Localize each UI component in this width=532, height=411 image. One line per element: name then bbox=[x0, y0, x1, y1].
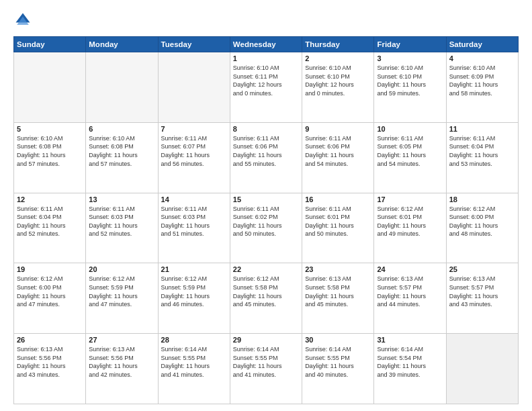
day-info: Sunrise: 6:14 AMSunset: 5:54 PMDaylight:… bbox=[377, 345, 443, 379]
calendar-table: SundayMondayTuesdayWednesdayThursdayFrid… bbox=[13, 36, 519, 404]
calendar-cell: 30Sunrise: 6:14 AMSunset: 5:55 PMDayligh… bbox=[302, 334, 374, 404]
week-row-3: 19Sunrise: 6:12 AMSunset: 6:00 PMDayligh… bbox=[14, 263, 519, 334]
calendar-cell: 15Sunrise: 6:11 AMSunset: 6:02 PMDayligh… bbox=[230, 193, 302, 263]
day-info: Sunrise: 6:12 AMSunset: 5:59 PMDaylight:… bbox=[161, 275, 227, 308]
calendar-cell: 17Sunrise: 6:12 AMSunset: 6:01 PMDayligh… bbox=[374, 193, 446, 263]
calendar-cell: 3Sunrise: 6:10 AMSunset: 6:10 PMDaylight… bbox=[374, 52, 446, 123]
day-number: 8 bbox=[233, 125, 299, 133]
calendar-cell: 12Sunrise: 6:11 AMSunset: 6:04 PMDayligh… bbox=[14, 193, 86, 263]
day-number: 17 bbox=[377, 195, 443, 203]
weekday-header-saturday: Saturday bbox=[446, 37, 518, 52]
day-info: Sunrise: 6:10 AMSunset: 6:11 PMDaylight:… bbox=[233, 64, 299, 97]
calendar-cell bbox=[446, 334, 518, 404]
calendar-cell: 7Sunrise: 6:11 AMSunset: 6:07 PMDaylight… bbox=[158, 122, 230, 193]
day-number: 29 bbox=[233, 336, 299, 344]
day-number: 6 bbox=[89, 125, 154, 133]
day-number: 18 bbox=[449, 195, 515, 203]
calendar-cell: 5Sunrise: 6:10 AMSunset: 6:08 PMDaylight… bbox=[14, 122, 86, 193]
header bbox=[13, 11, 519, 30]
day-number: 27 bbox=[89, 336, 154, 344]
calendar-cell: 16Sunrise: 6:11 AMSunset: 6:01 PMDayligh… bbox=[302, 193, 374, 263]
day-info: Sunrise: 6:14 AMSunset: 5:55 PMDaylight:… bbox=[305, 345, 371, 379]
day-info: Sunrise: 6:13 AMSunset: 5:58 PMDaylight:… bbox=[305, 275, 371, 308]
calendar-cell: 4Sunrise: 6:10 AMSunset: 6:09 PMDaylight… bbox=[446, 52, 518, 123]
week-row-0: 1Sunrise: 6:10 AMSunset: 6:11 PMDaylight… bbox=[14, 52, 519, 123]
day-number: 1 bbox=[233, 54, 299, 62]
day-info: Sunrise: 6:10 AMSunset: 6:10 PMDaylight:… bbox=[305, 64, 371, 97]
day-info: Sunrise: 6:10 AMSunset: 6:10 PMDaylight:… bbox=[377, 64, 443, 97]
day-number: 14 bbox=[161, 195, 227, 203]
day-info: Sunrise: 6:10 AMSunset: 6:08 PMDaylight:… bbox=[89, 134, 154, 168]
week-row-2: 12Sunrise: 6:11 AMSunset: 6:04 PMDayligh… bbox=[14, 193, 519, 263]
calendar-cell bbox=[158, 52, 230, 123]
day-number: 26 bbox=[17, 336, 83, 344]
calendar-cell: 6Sunrise: 6:10 AMSunset: 6:08 PMDaylight… bbox=[86, 122, 158, 193]
calendar-cell: 13Sunrise: 6:11 AMSunset: 6:03 PMDayligh… bbox=[86, 193, 158, 263]
day-info: Sunrise: 6:12 AMSunset: 6:00 PMDaylight:… bbox=[17, 275, 83, 308]
calendar-cell: 22Sunrise: 6:12 AMSunset: 5:58 PMDayligh… bbox=[230, 263, 302, 334]
day-info: Sunrise: 6:13 AMSunset: 5:56 PMDaylight:… bbox=[17, 345, 83, 379]
day-info: Sunrise: 6:12 AMSunset: 6:01 PMDaylight:… bbox=[377, 205, 443, 238]
day-info: Sunrise: 6:11 AMSunset: 6:03 PMDaylight:… bbox=[161, 205, 227, 238]
calendar-cell: 23Sunrise: 6:13 AMSunset: 5:58 PMDayligh… bbox=[302, 263, 374, 334]
day-info: Sunrise: 6:12 AMSunset: 6:00 PMDaylight:… bbox=[449, 205, 515, 238]
day-info: Sunrise: 6:14 AMSunset: 5:55 PMDaylight:… bbox=[161, 345, 227, 379]
day-info: Sunrise: 6:11 AMSunset: 6:02 PMDaylight:… bbox=[233, 205, 299, 238]
day-info: Sunrise: 6:10 AMSunset: 6:08 PMDaylight:… bbox=[17, 134, 83, 168]
day-info: Sunrise: 6:11 AMSunset: 6:04 PMDaylight:… bbox=[17, 205, 83, 238]
day-info: Sunrise: 6:13 AMSunset: 5:57 PMDaylight:… bbox=[377, 275, 443, 308]
logo bbox=[13, 11, 35, 30]
day-number: 13 bbox=[89, 195, 154, 203]
calendar-cell: 19Sunrise: 6:12 AMSunset: 6:00 PMDayligh… bbox=[14, 263, 86, 334]
day-number: 7 bbox=[161, 125, 227, 133]
calendar-cell: 1Sunrise: 6:10 AMSunset: 6:11 PMDaylight… bbox=[230, 52, 302, 123]
day-info: Sunrise: 6:11 AMSunset: 6:06 PMDaylight:… bbox=[305, 134, 371, 168]
day-number: 16 bbox=[305, 195, 371, 203]
day-info: Sunrise: 6:12 AMSunset: 5:59 PMDaylight:… bbox=[89, 275, 154, 308]
logo-icon bbox=[13, 11, 32, 30]
page: SundayMondayTuesdayWednesdayThursdayFrid… bbox=[0, 0, 532, 411]
day-number: 25 bbox=[449, 265, 515, 273]
day-info: Sunrise: 6:11 AMSunset: 6:07 PMDaylight:… bbox=[161, 134, 227, 168]
day-info: Sunrise: 6:11 AMSunset: 6:06 PMDaylight:… bbox=[233, 134, 299, 168]
calendar-cell: 9Sunrise: 6:11 AMSunset: 6:06 PMDaylight… bbox=[302, 122, 374, 193]
calendar-cell: 26Sunrise: 6:13 AMSunset: 5:56 PMDayligh… bbox=[14, 334, 86, 404]
day-number: 31 bbox=[377, 336, 443, 344]
day-number: 30 bbox=[305, 336, 371, 344]
calendar-cell: 21Sunrise: 6:12 AMSunset: 5:59 PMDayligh… bbox=[158, 263, 230, 334]
weekday-header-wednesday: Wednesday bbox=[230, 37, 302, 52]
calendar-cell: 2Sunrise: 6:10 AMSunset: 6:10 PMDaylight… bbox=[302, 52, 374, 123]
calendar-cell: 31Sunrise: 6:14 AMSunset: 5:54 PMDayligh… bbox=[374, 334, 446, 404]
weekday-header-sunday: Sunday bbox=[14, 37, 86, 52]
weekday-header-tuesday: Tuesday bbox=[158, 37, 230, 52]
day-info: Sunrise: 6:11 AMSunset: 6:01 PMDaylight:… bbox=[305, 205, 371, 238]
day-number: 24 bbox=[377, 265, 443, 273]
day-number: 20 bbox=[89, 265, 154, 273]
day-info: Sunrise: 6:11 AMSunset: 6:03 PMDaylight:… bbox=[89, 205, 154, 238]
day-number: 19 bbox=[17, 265, 83, 273]
calendar-cell: 8Sunrise: 6:11 AMSunset: 6:06 PMDaylight… bbox=[230, 122, 302, 193]
calendar-cell bbox=[14, 52, 86, 123]
day-number: 15 bbox=[233, 195, 299, 203]
day-number: 21 bbox=[161, 265, 227, 273]
weekday-header-monday: Monday bbox=[86, 37, 158, 52]
day-number: 10 bbox=[377, 125, 443, 133]
day-number: 5 bbox=[17, 125, 83, 133]
calendar-cell: 29Sunrise: 6:14 AMSunset: 5:55 PMDayligh… bbox=[230, 334, 302, 404]
calendar-cell: 18Sunrise: 6:12 AMSunset: 6:00 PMDayligh… bbox=[446, 193, 518, 263]
weekday-header-friday: Friday bbox=[374, 37, 446, 52]
calendar-cell: 27Sunrise: 6:13 AMSunset: 5:56 PMDayligh… bbox=[86, 334, 158, 404]
day-number: 9 bbox=[305, 125, 371, 133]
calendar-cell: 11Sunrise: 6:11 AMSunset: 6:04 PMDayligh… bbox=[446, 122, 518, 193]
calendar-cell: 28Sunrise: 6:14 AMSunset: 5:55 PMDayligh… bbox=[158, 334, 230, 404]
day-info: Sunrise: 6:11 AMSunset: 6:04 PMDaylight:… bbox=[449, 134, 515, 168]
calendar-cell bbox=[86, 52, 158, 123]
day-info: Sunrise: 6:11 AMSunset: 6:05 PMDaylight:… bbox=[377, 134, 443, 168]
day-info: Sunrise: 6:10 AMSunset: 6:09 PMDaylight:… bbox=[449, 64, 515, 97]
day-number: 12 bbox=[17, 195, 83, 203]
day-info: Sunrise: 6:13 AMSunset: 5:56 PMDaylight:… bbox=[89, 345, 154, 379]
day-number: 28 bbox=[161, 336, 227, 344]
calendar-cell: 10Sunrise: 6:11 AMSunset: 6:05 PMDayligh… bbox=[374, 122, 446, 193]
day-number: 4 bbox=[449, 54, 515, 62]
calendar-cell: 20Sunrise: 6:12 AMSunset: 5:59 PMDayligh… bbox=[86, 263, 158, 334]
